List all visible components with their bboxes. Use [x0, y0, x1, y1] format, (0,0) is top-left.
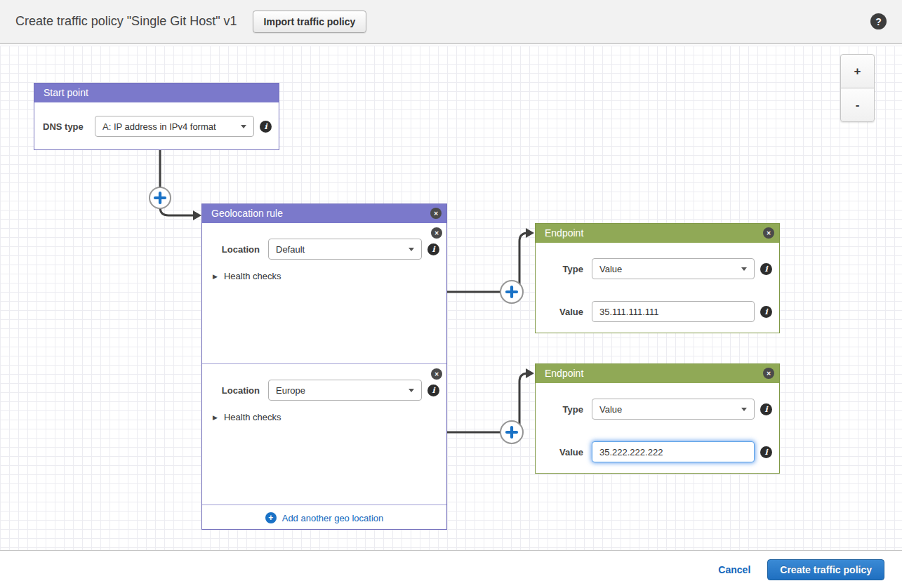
chevron-down-icon: [409, 248, 414, 251]
location-label: Location: [211, 385, 260, 396]
endpoint-body: Type Value i Value i: [536, 383, 779, 462]
traffic-policy-editor: Create traffic policy "Single Git Host" …: [0, 0, 902, 588]
location-row: Location Default i: [211, 239, 439, 260]
geolocation-rule-box: Geolocation rule ✕ ✕ Location Default i …: [201, 203, 447, 530]
endpoint-value-input[interactable]: [592, 301, 755, 322]
location-dropdown[interactable]: Europe: [268, 380, 422, 401]
delete-location-icon[interactable]: ✕: [431, 227, 442, 239]
create-traffic-policy-button[interactable]: Create traffic policy: [767, 559, 884, 580]
arrow-icon: [526, 228, 534, 238]
arrow-icon: [193, 211, 201, 220]
dns-type-label: DNS type: [43, 121, 86, 132]
add-geo-location-label: Add another geo location: [282, 513, 384, 523]
endpoint-value-info-icon[interactable]: i: [760, 446, 772, 458]
delete-rule-icon[interactable]: ✕: [430, 208, 442, 219]
delete-location-icon[interactable]: ✕: [431, 368, 442, 380]
health-checks-label: Health checks: [224, 412, 281, 422]
geolocation-rule-title: Geolocation rule: [211, 208, 283, 219]
add-endpoint-node-button-2[interactable]: [500, 421, 523, 443]
disclosure-triangle-icon: ▶: [213, 414, 218, 421]
endpoint-type-label: Type: [544, 404, 583, 415]
health-checks-toggle[interactable]: ▶ Health checks: [211, 412, 439, 422]
add-geo-location-link[interactable]: + Add another geo location: [202, 505, 446, 530]
endpoint-value-info-icon[interactable]: i: [760, 306, 772, 318]
endpoint-value-input-focused[interactable]: [592, 441, 755, 462]
geo-location-section-1: ✕ Location Default i ▶ Health checks: [202, 223, 446, 363]
endpoint-box-1: Endpoint ✕ Type Value i Value i: [535, 223, 780, 333]
health-checks-label: Health checks: [224, 271, 281, 281]
location-dropdown[interactable]: Default: [268, 239, 422, 260]
chevron-down-icon: [409, 389, 414, 392]
endpoint-header: Endpoint ✕: [536, 364, 779, 383]
canvas-zoom-controls: + -: [840, 54, 875, 122]
add-rule-node-button[interactable]: [150, 187, 171, 208]
chevron-down-icon: [241, 125, 246, 128]
location-info-icon[interactable]: i: [427, 385, 439, 396]
geo-location-section-2: ✕ Location Europe i ▶ Health checks: [202, 363, 446, 505]
add-endpoint-node-button-1[interactable]: [500, 281, 523, 303]
disclosure-triangle-icon: ▶: [213, 273, 218, 280]
endpoint-value-label: Value: [544, 307, 583, 317]
delete-endpoint-icon[interactable]: ✕: [763, 227, 774, 239]
endpoint-title: Endpoint: [545, 368, 583, 379]
page-footer: Cancel Create traffic policy: [0, 552, 902, 588]
endpoint-box-2: Endpoint ✕ Type Value i Value i: [535, 363, 780, 474]
delete-endpoint-icon[interactable]: ✕: [763, 368, 774, 379]
location-label: Location: [211, 244, 260, 255]
endpoint-type-row: Type Value i: [544, 399, 772, 420]
endpoint-body: Type Value i Value i: [536, 243, 779, 322]
start-point-title: Start point: [44, 87, 88, 98]
location-value: Europe: [276, 385, 409, 396]
geolocation-rule-header: Geolocation rule ✕: [202, 204, 446, 223]
arrow-icon: [526, 368, 534, 378]
endpoint-title: Endpoint: [545, 227, 583, 239]
dns-type-row: DNS type A: IP address in IPv4 format i: [43, 116, 272, 137]
connector-plus-to-endpoint-1: [519, 233, 529, 286]
location-value: Default: [276, 244, 409, 255]
endpoint-type-dropdown[interactable]: Value: [592, 258, 755, 279]
endpoint-type-value: Value: [599, 404, 741, 415]
endpoint-type-value: Value: [599, 264, 741, 274]
endpoint-type-dropdown[interactable]: Value: [592, 399, 755, 420]
connector-plus-to-endpoint-2: [519, 373, 529, 427]
location-info-icon[interactable]: i: [427, 243, 439, 255]
endpoint-header: Endpoint ✕: [536, 224, 779, 243]
import-traffic-policy-button[interactable]: Import traffic policy: [253, 11, 367, 33]
endpoint-value-row: Value i: [544, 301, 772, 322]
dns-type-info-icon[interactable]: i: [260, 121, 272, 133]
start-point-header: Start point: [34, 83, 279, 102]
chevron-down-icon: [741, 408, 747, 411]
plus-circle-icon: +: [265, 512, 277, 523]
connector-plus-to-rule: [160, 207, 194, 215]
endpoint-type-info-icon[interactable]: i: [760, 263, 772, 275]
cancel-link[interactable]: Cancel: [718, 564, 750, 575]
health-checks-toggle[interactable]: ▶ Health checks: [211, 271, 439, 281]
endpoint-type-info-icon[interactable]: i: [760, 403, 772, 415]
endpoint-type-label: Type: [544, 264, 583, 274]
page-header: Create traffic policy "Single Git Host" …: [0, 0, 902, 44]
dns-type-value: A: IP address in IPv4 format: [102, 121, 241, 132]
endpoint-value-row: Value i: [544, 441, 772, 462]
start-point-body: DNS type A: IP address in IPv4 format i: [34, 102, 279, 137]
endpoint-type-row: Type Value i: [544, 258, 772, 279]
page-title: Create traffic policy "Single Git Host" …: [15, 14, 237, 29]
policy-canvas: + - Start point DNS type A: IP address i…: [0, 46, 902, 551]
zoom-in-button[interactable]: +: [840, 54, 875, 88]
dns-type-dropdown[interactable]: A: IP address in IPv4 format: [95, 116, 254, 137]
endpoint-value-label: Value: [544, 447, 583, 457]
zoom-out-button[interactable]: -: [840, 88, 875, 122]
help-icon[interactable]: ?: [870, 13, 887, 29]
start-point-box: Start point DNS type A: IP address in IP…: [34, 83, 279, 150]
location-row: Location Europe i: [211, 380, 439, 401]
chevron-down-icon: [741, 267, 747, 271]
